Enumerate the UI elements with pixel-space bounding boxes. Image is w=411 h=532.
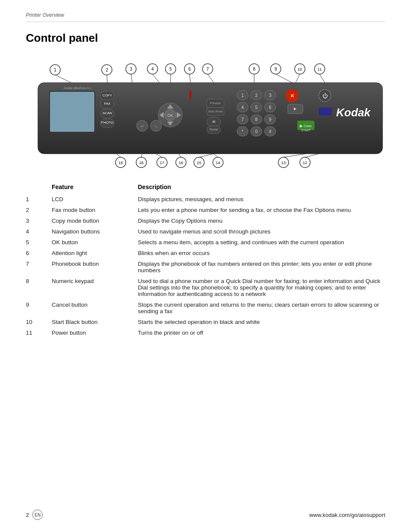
- svg-line-110: [199, 154, 214, 157]
- svg-text:11: 11: [318, 67, 322, 72]
- svg-text:14: 14: [216, 161, 220, 165]
- table-row: 3Copy mode buttonDisplays the Copy Optio…: [26, 215, 385, 226]
- feature-description: Turns the printer on or off: [138, 327, 385, 338]
- svg-text:2: 2: [106, 68, 108, 72]
- svg-text:3: 3: [269, 93, 271, 98]
- svg-text:PHOTO: PHOTO: [101, 121, 113, 124]
- svg-text:3: 3: [130, 67, 132, 72]
- feature-number: 1: [26, 194, 52, 205]
- breadcrumb: Printer Overview: [26, 12, 385, 22]
- svg-text:⏻: ⏻: [322, 93, 328, 99]
- feature-description: Used to dial a phone number or a Quick D…: [138, 276, 385, 299]
- table-row: 9Cancel buttonStops the current operatio…: [26, 299, 385, 317]
- feature-number: 8: [26, 276, 52, 299]
- svg-text:19: 19: [118, 161, 123, 165]
- svg-line-95: [296, 74, 300, 83]
- feature-name: OK button: [52, 237, 138, 248]
- svg-text:8: 8: [253, 67, 255, 72]
- feature-number: 6: [26, 248, 52, 258]
- svg-text:*: *: [242, 129, 243, 134]
- svg-text:⌂: ⌂: [155, 124, 157, 128]
- svg-line-101: [305, 154, 319, 157]
- page-title: Control panel: [26, 31, 385, 45]
- svg-text:9: 9: [274, 67, 277, 72]
- svg-text:6: 6: [269, 105, 271, 110]
- feature-table: Feature Description 1LCDDisplays picture…: [26, 182, 385, 338]
- table-row: 4Navigation buttonsUsed to navigate menu…: [26, 226, 385, 237]
- feature-description: Starts the selected operation in black a…: [138, 317, 385, 327]
- svg-text:SCAN: SCAN: [103, 111, 112, 115]
- svg-text:▶ Color: ▶ Color: [300, 124, 312, 128]
- table-row: 2Fax mode buttonLets you enter a phone n…: [26, 205, 385, 215]
- svg-text:4: 4: [151, 67, 154, 72]
- svg-line-92: [276, 74, 292, 83]
- svg-text:13: 13: [281, 161, 286, 165]
- page-number: 2: [26, 512, 29, 518]
- feature-description: Used to navigate menus and scroll throug…: [138, 226, 385, 237]
- svg-text:18: 18: [139, 161, 143, 165]
- svg-line-98: [320, 74, 325, 83]
- table-row: 6Attention lightBlinks when an error occ…: [26, 248, 385, 258]
- svg-text:0: 0: [255, 129, 258, 134]
- feature-number: 9: [26, 299, 52, 317]
- table-row: 7Phonebook buttonDisplays the phonebook …: [26, 258, 385, 276]
- table-row: 8Numeric keypadUsed to dial a phone numb…: [26, 276, 385, 299]
- feature-description: Stops the current operation and returns …: [138, 299, 385, 317]
- feature-name: Cancel button: [52, 299, 138, 317]
- svg-text:5: 5: [169, 67, 172, 72]
- svg-text:FAX: FAX: [104, 102, 111, 106]
- svg-line-107: [214, 154, 218, 157]
- svg-line-68: [55, 75, 71, 83]
- svg-text:5: 5: [255, 105, 258, 110]
- svg-text:1: 1: [241, 93, 244, 98]
- svg-line-71: [107, 75, 107, 83]
- svg-text:15: 15: [197, 161, 201, 165]
- feature-description: Displays the Copy Options menu: [138, 215, 385, 226]
- feature-table-section: Feature Description 1LCDDisplays picture…: [26, 182, 385, 338]
- table-row: 1LCDDisplays pictures, messages, and men…: [26, 194, 385, 205]
- col-number-header: [26, 182, 52, 194]
- svg-rect-59: [319, 108, 332, 115]
- feature-description: Blinks when an error occurs: [138, 248, 385, 258]
- svg-text:17: 17: [160, 161, 164, 165]
- feature-number: 10: [26, 317, 52, 327]
- svg-text:Kodak: Kodak: [336, 106, 371, 119]
- svg-line-77: [153, 74, 159, 83]
- svg-line-119: [141, 154, 142, 157]
- feature-name: Power button: [52, 327, 138, 338]
- feature-name: Numeric keypad: [52, 276, 138, 299]
- col-feature-header: Feature: [52, 182, 138, 194]
- feature-name: Fax mode button: [52, 205, 138, 215]
- feature-name: LCD: [52, 194, 138, 205]
- svg-line-86: [208, 74, 214, 83]
- feature-number: 3: [26, 215, 52, 226]
- control-panel-diagram: FAX COPY SCAN PHOTO OK ☎: [26, 53, 396, 177]
- feature-name: Copy mode button: [52, 215, 138, 226]
- svg-text:Auto Answ: Auto Answ: [208, 110, 223, 113]
- feature-number: 2: [26, 205, 52, 215]
- svg-text:Preview: Preview: [210, 102, 221, 105]
- feature-description: Displays the phonebook of fax numbers en…: [138, 258, 385, 276]
- svg-text:1: 1: [54, 68, 56, 72]
- svg-text:☎: ☎: [212, 120, 216, 123]
- feature-number: 11: [26, 327, 52, 338]
- svg-text:▶: ▶: [294, 107, 297, 111]
- feature-name: Phonebook button: [52, 258, 138, 276]
- svg-line-113: [179, 154, 181, 157]
- svg-text:12: 12: [303, 161, 307, 165]
- svg-text:6: 6: [188, 67, 191, 72]
- svg-rect-17: [190, 90, 191, 99]
- feature-number: 5: [26, 237, 52, 248]
- svg-text:16: 16: [179, 161, 183, 165]
- svg-text:Kodak officehero 6.1: Kodak officehero 6.1: [64, 87, 91, 90]
- svg-text:Redial: Redial: [209, 128, 218, 131]
- feature-name: Attention light: [52, 248, 138, 258]
- feature-name: Navigation buttons: [52, 226, 138, 237]
- feature-description: Lets you enter a phone number for sendin…: [138, 205, 385, 215]
- svg-line-83: [190, 74, 190, 83]
- svg-text:7: 7: [206, 67, 209, 72]
- footer-url: www.kodak.com/go/aiosupport: [309, 512, 385, 518]
- svg-line-122: [116, 154, 121, 157]
- svg-text:7: 7: [241, 117, 244, 122]
- svg-text:9: 9: [269, 117, 271, 122]
